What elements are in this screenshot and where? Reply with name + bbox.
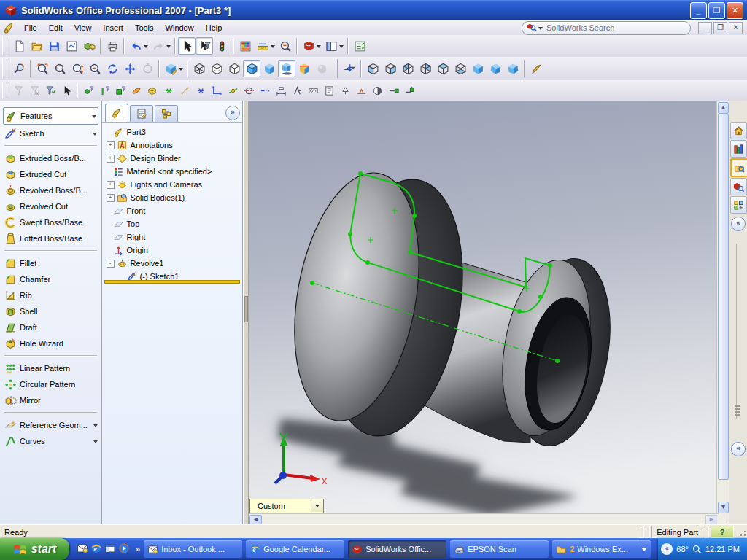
command-rib[interactable]: Rib bbox=[0, 287, 101, 303]
filter-centerlines-button[interactable] bbox=[257, 82, 273, 98]
taskbar-button-internet-explorer[interactable]: eGoogle Calendar... bbox=[246, 540, 344, 558]
zoom-to-fit-button[interactable] bbox=[34, 60, 51, 77]
solidworks-resources-tab[interactable] bbox=[730, 122, 747, 139]
filter-connection-points-button[interactable] bbox=[385, 82, 401, 98]
menu-edit[interactable]: Edit bbox=[43, 22, 69, 34]
expand-icon[interactable]: + bbox=[107, 181, 115, 189]
search-dropdown-icon[interactable] bbox=[538, 27, 543, 32]
command-reference-geometry[interactable]: Reference Geom... bbox=[0, 417, 101, 433]
filter-axes-button[interactable] bbox=[177, 82, 193, 98]
maximize-button[interactable]: ❐ bbox=[708, 2, 725, 19]
select-all-filters-button[interactable] bbox=[42, 82, 58, 98]
options-button[interactable] bbox=[351, 37, 368, 55]
filter-edges-button[interactable] bbox=[96, 82, 112, 98]
filter-geometric-tolerances-button[interactable] bbox=[305, 82, 321, 98]
tree-item-plane[interactable]: Right bbox=[102, 230, 242, 244]
command-tab-sketch[interactable]: Sketch bbox=[3, 125, 98, 141]
view-selector-dropdown[interactable]: Custom bbox=[249, 499, 324, 513]
tree-item-origin[interactable]: Origin bbox=[102, 244, 242, 257]
temperature-indicator[interactable]: 68° bbox=[676, 545, 689, 553]
command-lofted-boss[interactable]: Lofted Boss/Base bbox=[0, 230, 101, 246]
filter-datums-button[interactable] bbox=[337, 82, 353, 98]
file-explorer-tab[interactable] bbox=[730, 158, 747, 177]
command-swept-boss[interactable]: Swept Boss/Base bbox=[0, 214, 101, 230]
command-tab-features[interactable]: Features bbox=[3, 107, 98, 125]
invert-selection-button[interactable] bbox=[58, 82, 74, 98]
tree-item-part[interactable]: Part3 bbox=[102, 125, 242, 139]
filter-center-marks-button[interactable] bbox=[241, 82, 257, 98]
hidden-lines-removed-button[interactable] bbox=[225, 60, 243, 77]
print-button[interactable] bbox=[104, 37, 121, 55]
command-draft[interactable]: Draft bbox=[0, 319, 101, 335]
toolbar-grip[interactable] bbox=[333, 59, 338, 78]
rollback-bar[interactable] bbox=[104, 280, 240, 284]
toolbar-grip[interactable] bbox=[2, 37, 7, 55]
rotate-view-button[interactable] bbox=[104, 60, 121, 77]
quick-launch-media-player[interactable] bbox=[118, 542, 130, 556]
filter-sketch-segments-button[interactable] bbox=[209, 82, 225, 98]
command-revolved-boss[interactable]: Revolved Boss/B... bbox=[0, 182, 101, 198]
drawing-view-3d-button[interactable] bbox=[162, 60, 179, 77]
propertymanager-tab[interactable] bbox=[130, 105, 153, 122]
open-button[interactable] bbox=[28, 37, 45, 55]
quick-launch-internet-explorer[interactable]: e bbox=[90, 542, 102, 556]
task-pane-splitter[interactable] bbox=[736, 244, 740, 419]
expand-icon[interactable]: + bbox=[107, 194, 115, 202]
toolbar-grip[interactable] bbox=[2, 82, 7, 98]
close-button[interactable]: ✕ bbox=[727, 2, 743, 19]
tree-item-design-binder[interactable]: +Design Binder bbox=[102, 152, 242, 165]
task-pane-collapse-button-2[interactable]: « bbox=[731, 442, 746, 456]
filter-dimensions-button[interactable] bbox=[273, 82, 289, 98]
back-view-button[interactable] bbox=[382, 60, 399, 77]
filter-solid-bodies-button[interactable] bbox=[144, 82, 160, 98]
design-library-tab[interactable] bbox=[730, 140, 747, 158]
edit-color-button[interactable] bbox=[236, 37, 254, 55]
solidworks-menu-button[interactable] bbox=[300, 37, 317, 55]
command-curves[interactable]: Curves bbox=[0, 433, 101, 449]
filter-faces-button[interactable] bbox=[112, 82, 128, 98]
splitter-handle[interactable] bbox=[244, 296, 248, 322]
filter-routing-points-button[interactable] bbox=[401, 82, 417, 98]
filter-reference-points-button[interactable] bbox=[160, 82, 177, 98]
tree-item-material[interactable]: Material <not specified> bbox=[102, 165, 242, 178]
toolbar-grip[interactable] bbox=[2, 59, 7, 78]
tree-expand-button[interactable]: » bbox=[225, 106, 240, 120]
right-view-button[interactable] bbox=[417, 60, 434, 77]
task-pane-drag-handle[interactable] bbox=[735, 405, 740, 416]
make-assembly-button[interactable] bbox=[80, 37, 98, 55]
clock[interactable]: 12:21 PM bbox=[705, 545, 740, 553]
dropdown-caret-icon[interactable] bbox=[93, 133, 97, 138]
expand-icon[interactable]: + bbox=[107, 155, 115, 163]
view-selector-arrow[interactable] bbox=[311, 500, 323, 512]
quick-launch-windows-explorer[interactable] bbox=[104, 542, 116, 556]
scroll-left-button[interactable]: ◄ bbox=[249, 515, 262, 525]
section-view-button[interactable] bbox=[295, 60, 313, 77]
tree-item-plane[interactable]: Top bbox=[102, 217, 242, 230]
search-results-tab[interactable] bbox=[730, 178, 747, 195]
filter-notes-button[interactable] bbox=[321, 82, 337, 98]
zoom-in-out-button[interactable] bbox=[69, 60, 86, 77]
quick-tips-icon[interactable]: ? bbox=[711, 526, 734, 538]
zoom-magnifier-button[interactable] bbox=[276, 37, 294, 55]
filter-surface-finish-button[interactable] bbox=[289, 82, 305, 98]
dropdown-caret-icon[interactable] bbox=[93, 424, 98, 429]
tree-item-revolve[interactable]: -Revolve1 bbox=[102, 257, 242, 270]
command-revolved-cut[interactable]: Revolved Cut bbox=[0, 198, 101, 214]
measure-button[interactable] bbox=[254, 37, 271, 55]
view-orientation-button[interactable] bbox=[10, 60, 28, 77]
menu-file[interactable]: File bbox=[18, 22, 43, 34]
featuremanager-tab[interactable] bbox=[105, 104, 128, 122]
dropdown-caret-icon[interactable] bbox=[93, 440, 98, 446]
command-hole-wizard[interactable]: Hole Wizard bbox=[0, 335, 101, 351]
command-chamfer[interactable]: Chamfer bbox=[0, 271, 101, 287]
filter-section-views-button[interactable] bbox=[369, 82, 385, 98]
filter-weld-symbols-button[interactable] bbox=[353, 82, 369, 98]
taskbar-button-solidworks[interactable]: SolidWorks Offic... bbox=[348, 540, 446, 558]
make-drawing-button[interactable] bbox=[63, 37, 80, 55]
resize-grip[interactable] bbox=[737, 527, 747, 537]
scroll-down-button[interactable]: ▼ bbox=[718, 502, 729, 513]
pan-button[interactable] bbox=[121, 60, 139, 77]
scroll-right-button[interactable]: ► bbox=[705, 515, 718, 525]
new-document-button[interactable] bbox=[10, 37, 28, 55]
viewport-layout-dropdown-icon[interactable] bbox=[339, 45, 344, 50]
